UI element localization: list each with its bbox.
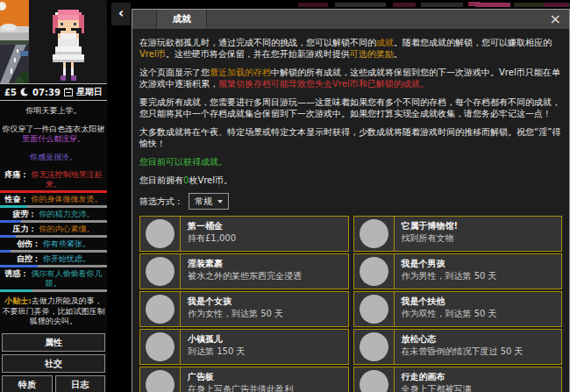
text-segment-light: 你仅穿了一件白色连衣太阳裙: [3, 125, 105, 133]
text-segment-normal: 枚Vrel币。: [189, 175, 232, 185]
achievement-text: 放松心态在未曾昏倒的情况下度过 50 天: [394, 330, 562, 364]
chevron-left-icon: ‹: [118, 5, 124, 21]
eligible-text: 您目前可以获得成就。: [139, 156, 562, 167]
character-canvas: [29, 0, 107, 83]
background-artifacts: [132, 0, 570, 8]
stat-value: 你无法控制地哭泣起来。: [32, 170, 103, 189]
achievement-title: 它属于博物馆!: [402, 221, 562, 232]
stat-row: 自控： 你开始忧虑。: [0, 254, 107, 267]
achievement-desc: 持有£1,000: [188, 233, 348, 244]
tab-achievements[interactable]: 成就: [156, 10, 207, 29]
stat-bar-fill: [0, 220, 21, 223]
stat-row: 性奋： 你的身体微微发烫。: [0, 195, 107, 208]
achievement-card: 淫装素裹被水之外的某些东西完全浸透: [139, 253, 349, 289]
school-notice: 你明天要上学。: [0, 105, 107, 117]
achievement-card: 放松心态在未曾昏倒的情况下度过 50 天: [353, 329, 563, 365]
achievement-icon: [360, 257, 388, 286]
calendar-icon: [64, 88, 73, 96]
text-segment-normal: 。随着您成就的解锁，您可以赚取相应的: [394, 38, 552, 47]
achievements-dialog: 成就 × 在游玩欲都孤儿时，通过完成不同的挑战，您可以解锁不同的成就。随着您成就…: [132, 9, 570, 392]
sidebar-item-journal[interactable]: 日志: [55, 375, 106, 392]
sidebar-collapse-button[interactable]: ‹: [111, 3, 131, 25]
achievement-desc: 被水之外的某些东西完全浸透: [188, 271, 348, 282]
achievements-intro: 在游玩欲都孤儿时，通过完成不同的挑战，您可以解锁不同的成就。随着您成就的解锁，您…: [139, 37, 562, 149]
sidebar-item-traits[interactable]: 特质: [2, 375, 53, 392]
close-icon[interactable]: ×: [550, 12, 561, 26]
achievement-card: 我是个女孩作为女性，到达第 50 天: [139, 291, 349, 327]
filter-select[interactable]: 常规: [189, 193, 229, 210]
stat-bar-fill: [0, 250, 11, 253]
filter-row: 筛选方式： 常规: [139, 193, 562, 210]
achievement-desc: 找到所有文物: [402, 233, 562, 244]
tip-text: 小贴士:去做力所能及的事，不要班门弄斧，比如试图压制狐狸的尖叫。: [0, 296, 107, 327]
text-segment-red: 频繁切换存档可能导致您失去Vrel币和已解锁的成就。: [218, 79, 429, 89]
stat-label: 疲劳：: [12, 210, 39, 218]
stat-bar: [0, 265, 107, 267]
clothing-status: 你仅穿了一件白色连衣太阳裙里面什么都没穿。: [0, 125, 107, 144]
intro-paragraph: 这个页面显示了您最近加载的存档中解锁的所有成就，这些成就将保留到您的下一次游戏中…: [139, 67, 562, 89]
text-segment-normal: 这个页面显示了您: [139, 68, 210, 77]
stat-bar: [0, 289, 107, 292]
sidebar-item-attributes[interactable]: 属性: [2, 333, 105, 352]
achievement-icon: [146, 295, 175, 324]
achievement-desc: 作为男性，到达第 50 天: [402, 271, 562, 282]
achievement-text: 行走的画布全身上下都被写满: [394, 367, 562, 392]
achievement-title: 我是个女孩: [188, 296, 348, 307]
achievement-title: 广告板: [188, 372, 348, 382]
achievement-icon: [146, 219, 175, 248]
achievement-text: 淫装素裹被水之外的某些东西完全浸透: [180, 254, 348, 289]
stat-label: 疼痛：: [4, 170, 31, 179]
stat-bar-fill: [0, 265, 38, 267]
tip-label: 小贴士:: [4, 296, 32, 305]
stat-bar: [0, 220, 107, 223]
filter-label: 筛选方式：: [139, 196, 183, 207]
stat-value: 你开始忧虑。: [43, 254, 90, 263]
achievement-card: 我是个扶他作为双性，到达第 50 天: [353, 291, 563, 327]
achievement-icon: [146, 332, 175, 361]
achievement-text: 我是个女孩作为女性，到达第 50 天: [180, 292, 348, 326]
stat-label: 创伤：: [17, 239, 43, 248]
stat-label: 诱惑：: [4, 269, 31, 278]
achievement-title: 我是个男孩: [402, 259, 562, 269]
stat-row: 疼痛： 你无法控制地哭泣起来。: [0, 170, 107, 193]
stat-row: 压力： 你的内心紧绷。: [0, 225, 107, 238]
achievement-title: 小镇孤儿: [188, 334, 348, 345]
achievement-icon: [360, 295, 388, 324]
achievement-card: 它属于博物馆!找到所有文物: [353, 216, 563, 252]
stat-row: 诱惑： 偶尔有人偷偷看你几眼。: [0, 269, 107, 292]
money-amount: £5: [4, 88, 17, 97]
status-bar: £5 07:39 星期日: [0, 83, 107, 101]
intro-paragraph: 要完成所有成就，您需要进行多周目游玩——这意味着如果您有多个不同的存档，每个存档…: [139, 96, 562, 119]
achievement-card: 我是个男孩作为男性，到达第 50 天: [353, 253, 563, 289]
intro-paragraph: 大多数成就将在午夜、特定场景或特定文本显示时获得，少数成就将随着游戏时间的推移而…: [139, 126, 562, 149]
stat-row: 创伤： 你有些紧张。: [0, 239, 107, 253]
sidebar: £5 07:39 星期日 你明天要上学。 你仅穿了一件白色连衣太阳裙里面什么都没…: [0, 0, 107, 392]
sidebar-menu: 属性 社交 特质 日志 统计 成就 选项 存档: [0, 333, 107, 392]
achievement-title: 行走的画布: [402, 372, 562, 382]
text-segment-normal: 您目前拥有: [139, 175, 183, 185]
time-of-day-icon: [20, 88, 29, 96]
player-character-sprite: [39, 7, 97, 83]
achievement-desc: 作为女性，到达第 50 天: [188, 309, 348, 319]
text-segment-normal: 在游玩欲都孤儿时，通过完成不同的挑战，您可以解锁不同的: [139, 38, 376, 47]
chevron-down-icon: [217, 200, 223, 203]
achievement-card: 第一桶金持有£1,000: [139, 216, 349, 252]
text-segment-normal: 要完成所有成就，您需要进行多周目游玩——这意味着如果您有多个不同的存档，每个存档…: [139, 97, 560, 118]
stat-bar-fill: [0, 235, 16, 238]
stat-value: 你有些紧张。: [43, 239, 90, 248]
achievement-title: 我是个扶他: [402, 296, 562, 307]
achievement-text: 我是个扶他作为双性，到达第 50 天: [394, 292, 562, 326]
text-segment-normal: 。这些硬币将会保留，并在您开始新游戏时提供: [166, 49, 350, 59]
stat-label: 自控：: [17, 254, 43, 263]
stat-row: 疲劳： 你的精力充沛。: [0, 210, 107, 223]
stat-label: 压力：: [12, 225, 39, 233]
stat-bar: [0, 250, 107, 253]
achievement-icon: [360, 219, 388, 248]
text-segment-purple: 里面什么都没穿。: [22, 134, 85, 143]
achievement-icon: [360, 332, 388, 361]
sidebar-item-social[interactable]: 社交: [2, 354, 105, 373]
text-segment-normal: 大多数成就将在午夜、特定场景或特定文本显示时获得，少数成就将随着游戏时间的推移而…: [139, 127, 560, 148]
achievement-card: 小镇孤儿到达第 150 天: [139, 329, 349, 365]
stat-bar: [0, 190, 107, 193]
achievement-card: 行走的画布全身上下都被写满: [353, 367, 563, 392]
